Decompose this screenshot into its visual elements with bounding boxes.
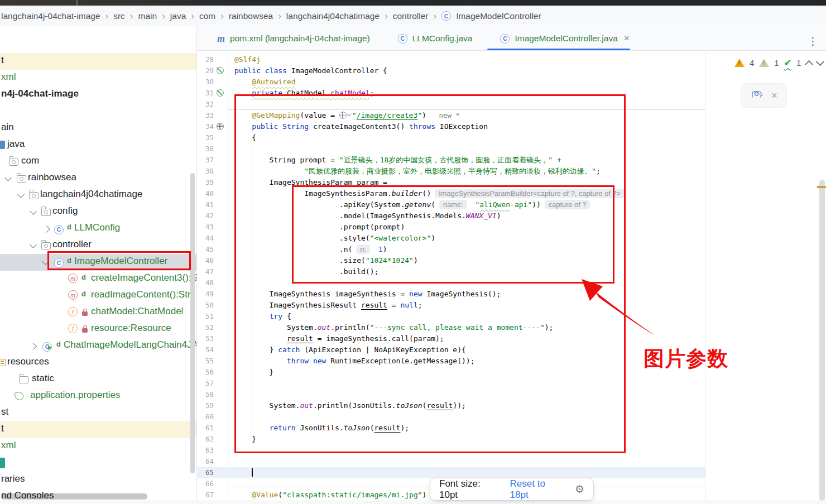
code-line[interactable]: 41 .apiKey(System.getenv(name: "aliQwen-…	[196, 199, 705, 210]
tree-item-chatimagemodellangchain4ja[interactable]: CdChatImageModelLangChain4JA	[0, 338, 196, 354]
code-line[interactable]: 40 ImageSynthesisParam.builder()ImageSyn…	[196, 188, 705, 199]
next-issue-button[interactable]	[816, 57, 825, 66]
code-line[interactable]: 51 try {	[196, 311, 705, 322]
code-line[interactable]: 38 "民族优雅的服装，商业摄影，室外，电影级光照，半身特写，精致的淡妆，锐利的…	[196, 166, 705, 177]
breadcrumb-item[interactable]: langchain4j-04chat-image	[1, 11, 100, 21]
code-line[interactable]: 32	[196, 99, 705, 110]
tree-item-resource-resource[interactable]: fresource:Resource	[0, 321, 196, 338]
tab-pom-xml-langchain4j-04chat-image-[interactable]: mpom.xml (langchain4j-04chat-image)	[203, 26, 384, 51]
tree-item-java[interactable]: java	[0, 137, 196, 153]
code-line[interactable]: 35 {	[196, 132, 705, 143]
code-line[interactable]: 64	[196, 456, 705, 467]
tree-item-chatmodel-chatmodel[interactable]: fchatModel:ChatModel	[0, 304, 196, 321]
code-line[interactable]: 45 .n(n: 1)	[196, 244, 705, 255]
code-line[interactable]: 60	[196, 411, 705, 423]
chevron-down-icon[interactable]	[42, 258, 49, 265]
code-line[interactable]: 65	[196, 467, 705, 478]
code-line[interactable]: 43 .prompt(prompt)	[196, 222, 705, 233]
code-line[interactable]: 49 ImageSynthesis imageSynthesis = new I…	[196, 289, 705, 300]
chevron-right-icon[interactable]	[30, 343, 37, 350]
tree-item-static[interactable]: static	[0, 371, 196, 388]
tab-llmconfig-java[interactable]: CLLMConfig.java	[384, 26, 487, 51]
code-line[interactable]: 61 return JsonUtils.toJson(result);	[196, 423, 705, 434]
dismiss-reload-icon[interactable]: ×	[771, 90, 777, 102]
tree-item-st[interactable]: st	[0, 405, 196, 421]
code-line[interactable]: 59 System.out.println(JsonUtils.toJson(r…	[196, 400, 705, 411]
code-line[interactable]: 30 @Autowired	[196, 76, 705, 88]
tree-item-ain[interactable]: ain	[0, 120, 196, 137]
code-line[interactable]: 62 }	[196, 434, 705, 445]
code-line[interactable]: 29public class ImageModelController {	[196, 65, 705, 76]
code-line[interactable]: 57	[196, 378, 705, 389]
breadcrumb-item[interactable]: rainbowsea	[229, 11, 273, 21]
tree-vertical-scrollbar[interactable]	[190, 173, 195, 473]
inspections-widget[interactable]: 4 1 ✔1	[734, 57, 823, 68]
tab-options-kebab-icon[interactable]: ⋮	[808, 36, 818, 46]
tree-item-t[interactable]: t	[0, 421, 196, 438]
tree-item-n4j-04chat-image[interactable]: n4j-04chat-image	[0, 87, 196, 103]
tree-item-readimagecontent-stri[interactable]: mdreadImageContent():Stri	[0, 287, 196, 304]
breadcrumb-item[interactable]: ImageModelController	[456, 11, 541, 21]
chevron-down-icon[interactable]	[30, 241, 37, 248]
url-globe-icon[interactable]	[339, 112, 347, 119]
tree-item-t[interactable]: t	[0, 53, 196, 70]
code-line[interactable]: 42 .model(ImageSynthesis.Models.WANX_V1)	[196, 210, 705, 222]
tree-item-imagemodelcontroller[interactable]: CdImageModelController	[0, 254, 196, 271]
code-line[interactable]: 55 throw new RuntimeException(e.getMessa…	[196, 356, 705, 367]
breadcrumb-item[interactable]: controller	[393, 11, 429, 21]
tree-item-config[interactable]: config	[0, 204, 196, 220]
tree-item-createimagecontent3-s[interactable]: mdcreateImageContent3():S	[0, 271, 196, 287]
code-line[interactable]: 34 public String createImageContent3() t…	[196, 121, 705, 132]
tree-item-resources[interactable]: resources	[0, 354, 196, 371]
url-chevron-icon[interactable]	[347, 112, 351, 116]
chevron-down-icon[interactable]	[4, 174, 12, 181]
spring-bean-gutter-icon[interactable]	[217, 89, 224, 97]
tree-item-llmconfig[interactable]: CdLLMConfig	[0, 220, 196, 237]
chevron-right-icon[interactable]	[43, 225, 50, 233]
tab-imagemodelcontroller-java[interactable]: CImageModelController.java×	[486, 26, 643, 51]
breadcrumb-item[interactable]: langchain4j04chatimage	[286, 11, 380, 21]
breadcrumb-item[interactable]: main	[138, 11, 157, 21]
gradle-elephant-icon[interactable]	[750, 89, 765, 102]
code-line[interactable]: 53 result = imageSynthesis.call(param);	[196, 333, 705, 344]
code-line[interactable]: 44 .style("<watercolor>")	[196, 233, 705, 244]
tree-item-blank[interactable]	[0, 455, 196, 472]
previous-issue-button[interactable]	[805, 60, 814, 69]
breadcrumb-item[interactable]: java	[170, 11, 186, 21]
font-settings-gear-icon[interactable]: ⚙	[575, 484, 584, 495]
reset-font-link[interactable]: Reset to 18pt	[510, 478, 565, 501]
code-line[interactable]: 50 ImageSynthesisResult result = null;	[196, 300, 705, 311]
code-line[interactable]: 31 private ChatModel chatModel;	[196, 88, 705, 99]
tree-item-xml[interactable]: xml	[0, 438, 196, 455]
tree-item-langchain4j04chatimage[interactable]: langchain4j04chatimage	[0, 187, 196, 204]
tree-horizontal-scrollbar[interactable]	[1, 493, 147, 500]
code-line[interactable]: 63	[196, 445, 705, 456]
code-line[interactable]: 28@Slf4j	[196, 54, 705, 65]
error-stripe-mark[interactable]	[817, 186, 826, 188]
code-line[interactable]: 36	[196, 143, 705, 155]
code-line[interactable]: 39 ImageSynthesisParam param =	[196, 177, 705, 188]
tree-item-blank[interactable]	[0, 103, 196, 120]
code-line[interactable]: 47 .build();	[196, 266, 705, 277]
breadcrumb-item[interactable]: com	[199, 11, 215, 21]
tree-item-com[interactable]: com	[0, 153, 196, 170]
chevron-down-icon[interactable]	[17, 191, 25, 198]
tab-close-icon[interactable]: ×	[624, 33, 630, 44]
spring-bean-gutter-icon[interactable]	[217, 67, 224, 74]
tree-item-rainbowsea[interactable]: rainbowsea	[0, 170, 196, 187]
code-line[interactable]: 58	[196, 389, 705, 400]
editor-scrollbar[interactable]	[819, 180, 825, 501]
code-line[interactable]: 52 System.out.println("---sync call, ple…	[196, 322, 705, 333]
tree-item-raries[interactable]: raries	[0, 472, 196, 488]
code-line[interactable]: 48	[196, 277, 705, 289]
request-mapping-gutter-icon[interactable]	[217, 123, 224, 130]
code-line[interactable]: 33 @GetMapping(value = "/image/create3")…	[196, 110, 705, 121]
code-line[interactable]: 37 String prompt = "近景镜头，18岁的中国女孩，古代服饰，圆…	[196, 155, 705, 166]
breadcrumb-item[interactable]: src	[113, 11, 125, 21]
code-line[interactable]: 54 } catch (ApiException | NoApiKeyExcep…	[196, 344, 705, 356]
tree-item-application-properties[interactable]: application.properties	[0, 388, 196, 405]
code-line[interactable]: 56 }	[196, 367, 705, 378]
code-line[interactable]: 46 .size("1024*1024")	[196, 255, 705, 266]
tree-item-controller[interactable]: controller	[0, 237, 196, 254]
chevron-down-icon[interactable]	[30, 208, 37, 215]
